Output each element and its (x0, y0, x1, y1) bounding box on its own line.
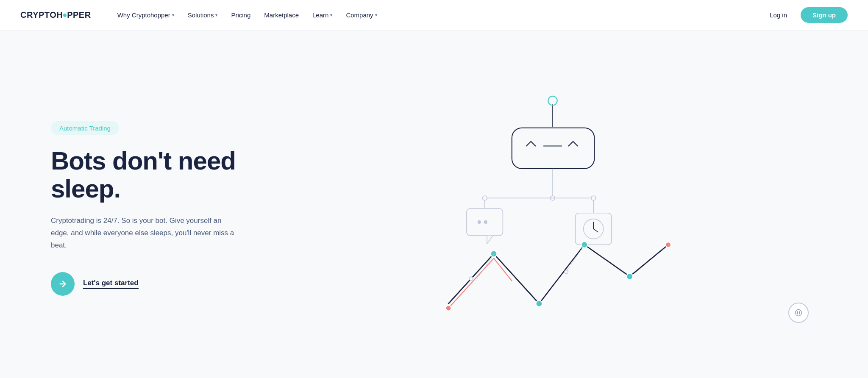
chevron-down-icon: ▾ (375, 13, 377, 17)
hero-description: Cryptotrading is 24/7. So is your bot. G… (51, 215, 237, 252)
svg-point-19 (482, 196, 487, 200)
nav-item-marketplace[interactable]: Marketplace (258, 8, 305, 22)
signup-button[interactable]: Sign up (801, 7, 848, 23)
hero-title: Bots don't need sleep. (51, 147, 271, 203)
nav-item-learn[interactable]: Learn ▾ (306, 8, 338, 22)
logo-dot-container (63, 14, 67, 17)
cta-label[interactable]: Let's get started (83, 279, 139, 289)
nav-item-why[interactable]: Why Cryptohopper ▾ (111, 8, 180, 22)
nav-label-company: Company (346, 11, 373, 19)
logo-dot (63, 14, 67, 17)
trading-bot-illustration (404, 77, 701, 340)
svg-point-16 (484, 220, 488, 224)
hero-badge: Automatic Trading (51, 121, 119, 135)
svg-line-26 (476, 254, 494, 281)
chevron-down-icon: ▾ (215, 13, 217, 17)
svg-point-30 (796, 310, 802, 316)
svg-line-27 (566, 245, 584, 272)
chevron-down-icon: ▾ (172, 13, 174, 17)
svg-point-25 (665, 242, 671, 247)
logo[interactable]: CRYPTOH PPER (20, 10, 91, 20)
svg-point-15 (478, 220, 481, 224)
svg-point-9 (591, 196, 596, 200)
nav-actions: Log in Sign up (763, 7, 848, 23)
hero-illustration (271, 77, 834, 340)
hero-content: Automatic Trading Bots don't need sleep.… (51, 121, 271, 296)
navbar: CRYPTOH PPER Why Cryptohopper ▾ Solution… (0, 0, 868, 31)
svg-point-24 (446, 306, 451, 311)
nav-item-company[interactable]: Company ▾ (340, 8, 383, 22)
nav-label-why: Why Cryptohopper (117, 11, 170, 19)
login-button[interactable]: Log in (763, 8, 794, 22)
hero-section: Automatic Trading Bots don't need sleep.… (0, 31, 868, 378)
svg-point-29 (565, 270, 568, 274)
logo-text-after: PPER (67, 10, 91, 20)
svg-point-28 (469, 277, 473, 281)
pause-button[interactable] (788, 303, 809, 323)
svg-point-23 (626, 273, 633, 280)
logo-text-before: CRYPTOH (20, 10, 63, 20)
cta-row: Let's get started (51, 272, 271, 296)
svg-point-2 (548, 96, 557, 105)
arrow-right-icon (58, 279, 67, 289)
cta-circle-button[interactable] (51, 272, 75, 296)
nav-item-solutions[interactable]: Solutions ▾ (182, 8, 224, 22)
pause-icon (795, 309, 802, 317)
nav-label-learn: Learn (312, 11, 328, 19)
nav-label-marketplace: Marketplace (264, 11, 299, 19)
svg-rect-3 (512, 128, 595, 169)
nav-item-pricing[interactable]: Pricing (225, 8, 256, 22)
svg-point-21 (536, 300, 542, 307)
svg-point-22 (581, 242, 587, 248)
nav-links: Why Cryptohopper ▾ Solutions ▾ Pricing M… (111, 8, 763, 22)
chevron-down-icon: ▾ (330, 13, 332, 17)
nav-label-pricing: Pricing (231, 11, 250, 19)
nav-label-solutions: Solutions (188, 11, 214, 19)
